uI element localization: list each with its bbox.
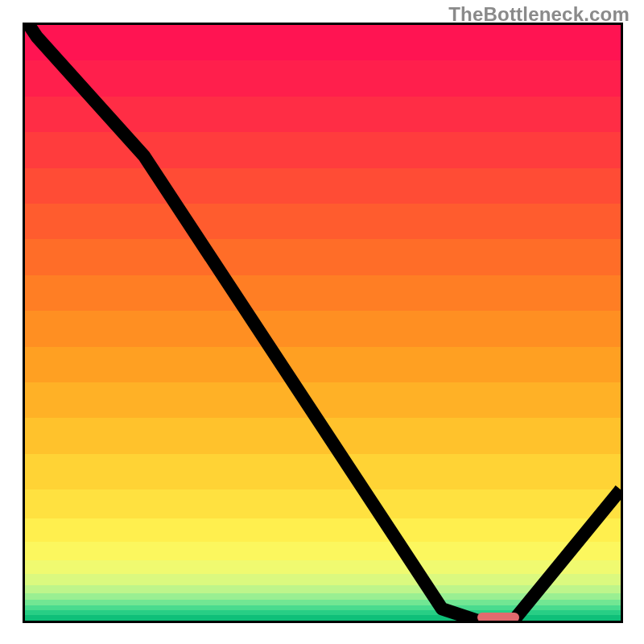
plot-area — [23, 23, 623, 623]
bottleneck-curve — [25, 25, 621, 621]
chart-stage: TheBottleneck.com — [0, 0, 644, 644]
optimal-range-marker — [477, 613, 519, 622]
